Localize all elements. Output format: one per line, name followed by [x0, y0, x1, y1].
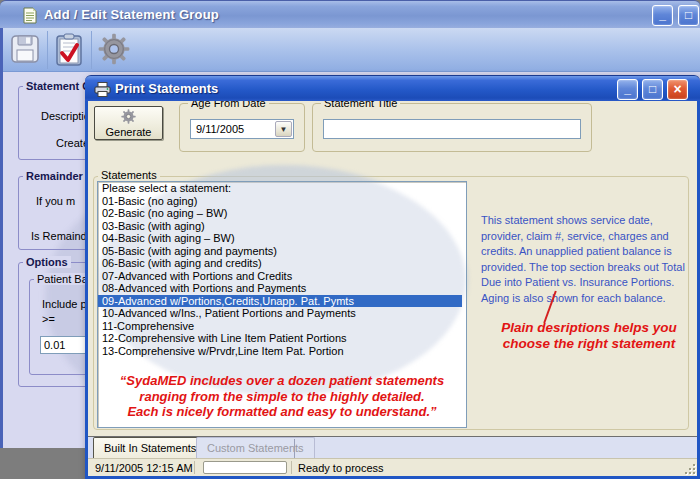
tab-built-in-statements[interactable]: Built In Statements — [93, 437, 207, 459]
printer-icon — [94, 82, 111, 97]
resize-grip-icon[interactable] — [683, 462, 695, 474]
background-window-title: Add / Edit Statement Group — [44, 7, 219, 22]
generate-button-label: Generate — [95, 126, 162, 138]
statement-list-item[interactable]: 01-Basic (no aging) — [98, 195, 466, 208]
statement-list-item[interactable]: 06-Basic (with aging and credits) — [98, 257, 466, 270]
options-box-label: Options — [23, 256, 71, 268]
statement-list-item[interactable]: 09-Advanced w/Portions,Credits,Unapp. Pa… — [98, 295, 462, 308]
marketing-quote: “SydaMED includes over a dozen patient s… — [98, 373, 466, 420]
minimize-icon[interactable]: _ — [617, 79, 638, 100]
gear-icon[interactable] — [98, 33, 130, 65]
progress-bar — [203, 461, 287, 474]
toolbar-separator — [91, 31, 92, 69]
statement-list-item[interactable]: 10-Advanced w/Ins., Patient Portions and… — [98, 307, 466, 320]
statement-list-item[interactable]: Please select a statement: — [98, 182, 466, 195]
dialog-body: Generate Age From Date 9/11/2005 ▼ State… — [85, 101, 700, 479]
age-from-date-select[interactable]: 9/11/2005 ▼ — [190, 119, 294, 139]
window-left-border — [0, 28, 3, 448]
age-from-date-label: Age From Date — [188, 101, 269, 109]
status-separator — [291, 461, 292, 474]
include-label: Include p. — [42, 298, 90, 310]
maximize-icon[interactable]: □ — [642, 79, 663, 100]
dialog-print-statements: Print Statements _ □ × Gener — [85, 75, 700, 479]
minimize-icon[interactable]: _ — [652, 5, 673, 26]
toolbar — [0, 28, 700, 72]
statement-description: This statement shows service date, provi… — [481, 213, 693, 306]
clipboard-check-icon[interactable] — [54, 33, 84, 67]
generate-button[interactable]: Generate — [94, 106, 163, 140]
statement-list-item[interactable]: 02-Basic (no aging – BW) — [98, 207, 466, 220]
statement-list-item[interactable]: 11-Comprehensive — [98, 320, 466, 333]
statement-title-group: Statement Title — [312, 103, 592, 152]
age-from-date-group: Age From Date 9/11/2005 ▼ — [179, 103, 305, 152]
maximize-icon[interactable]: □ — [678, 5, 699, 26]
statement-list-item[interactable]: 04-Basic (with aging – BW) — [98, 232, 466, 245]
status-separator — [194, 461, 195, 474]
annotation-note: Plain desriptions helps you choose the r… — [483, 320, 695, 352]
save-icon[interactable] — [9, 33, 41, 65]
dialog-title: Print Statements — [115, 81, 218, 96]
statement-title-input[interactable] — [323, 119, 581, 139]
statement-listbox[interactable]: Please select a statement:01-Basic (no a… — [97, 181, 467, 428]
toolbar-separator — [47, 31, 48, 69]
close-icon[interactable]: × — [667, 79, 688, 100]
status-timestamp: 9/11/2005 12:15 AM — [95, 462, 193, 474]
status-bar: 9/11/2005 12:15 AM Ready to process — [88, 458, 697, 476]
age-from-date-value: 9/11/2005 — [196, 123, 244, 135]
statement-title-label: Statement Title — [321, 101, 400, 109]
gte-label: >= — [42, 313, 55, 325]
statement-list-item[interactable]: 03-Basic (with aging) — [98, 220, 466, 233]
statement-group-box-label: Statement G — [23, 80, 94, 92]
dialog-titlebar[interactable]: Print Statements _ □ × — [85, 75, 700, 101]
statement-list-item[interactable]: 05-Basic (with aging and payments) — [98, 245, 466, 258]
remainder-box-label: Remainder — [23, 170, 86, 182]
remainder-line1: If you m — [36, 195, 75, 207]
tab-separator — [294, 439, 295, 459]
document-icon — [22, 7, 38, 24]
statement-list-item[interactable]: 13-Comprehensive w/Prvdr,Line Item Pat. … — [98, 345, 466, 358]
screen: Add / Edit Statement Group _ □ — [0, 0, 700, 479]
tab-custom-statements[interactable]: Custom Statements — [196, 437, 315, 459]
statement-tabstrip: Built In Statements Custom Statements — [88, 436, 697, 458]
status-message: Ready to process — [298, 462, 384, 474]
gear-icon — [121, 109, 136, 124]
statements-group-label: Statements — [98, 169, 160, 181]
remainder-line2: Is Remainde — [31, 230, 93, 242]
description-label: Descriptio — [41, 110, 90, 122]
statement-list-item[interactable]: 07-Advanced with Portions and Credits — [98, 270, 466, 283]
dropdown-arrow-icon[interactable]: ▼ — [275, 121, 292, 137]
statement-list-item[interactable]: 12-Comprehensive with Line Item Patient … — [98, 332, 466, 345]
background-titlebar[interactable]: Add / Edit Statement Group _ □ — [0, 0, 700, 28]
statement-list-item[interactable]: 08-Advanced with Portions and Payments — [98, 282, 466, 295]
